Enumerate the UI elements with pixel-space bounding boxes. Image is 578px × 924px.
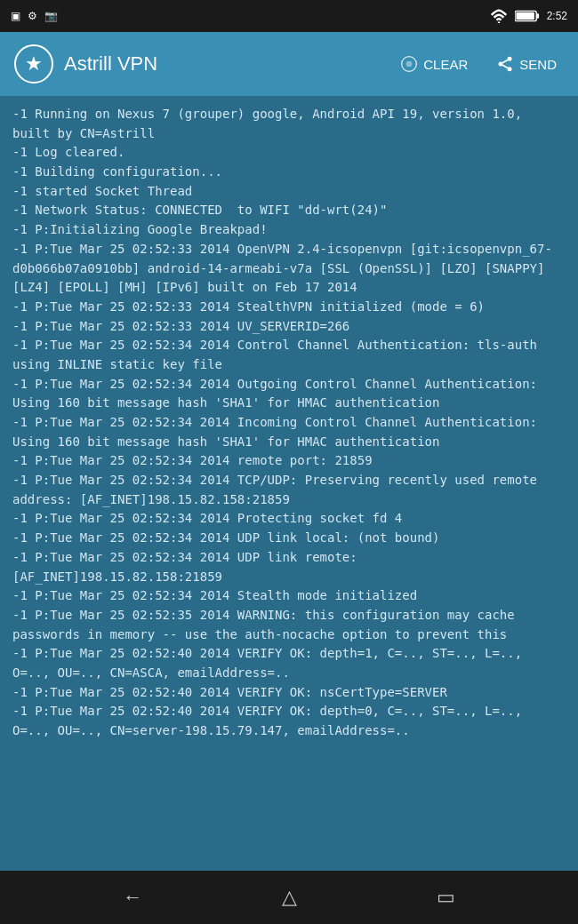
share-icon (496, 55, 514, 73)
svg-point-7 (499, 62, 503, 67)
svg-point-6 (508, 57, 512, 61)
svg-point-5 (406, 61, 413, 68)
send-button[interactable]: SEND (489, 50, 564, 78)
battery-icon (515, 9, 540, 23)
send-label: SEND (519, 57, 557, 72)
log-container[interactable]: -1 Running on Nexus 7 (grouper) google, … (0, 96, 578, 871)
svg-point-8 (508, 67, 512, 71)
home-icon: △ (282, 886, 297, 908)
app-title: Astrill VPN (64, 52, 382, 76)
clear-label: CLEAR (423, 57, 468, 72)
nav-bar: ← △ ▭ (0, 871, 578, 924)
app-bar: ★ Astrill VPN CLEAR SEND (0, 32, 578, 96)
camera-icon: 📷 (44, 10, 58, 22)
clear-button[interactable]: CLEAR (393, 50, 475, 78)
app-bar-actions: CLEAR SEND (393, 50, 564, 78)
svg-point-0 (497, 21, 500, 23)
back-button[interactable]: ← (108, 879, 157, 916)
back-icon: ← (123, 886, 142, 908)
clear-icon (400, 55, 418, 73)
status-bar-left: ▣ ⚙ 📷 (11, 10, 58, 22)
status-bar-right: 2:52 (490, 9, 567, 23)
home-button[interactable]: △ (268, 879, 311, 916)
time-display: 2:52 (547, 10, 567, 22)
svg-line-10 (502, 60, 508, 62)
recents-icon: ▭ (437, 886, 455, 908)
svg-rect-3 (536, 13, 539, 19)
log-text: -1 Running on Nexus 7 (grouper) google, … (12, 105, 566, 741)
settings-icon: ⚙ (28, 10, 37, 22)
status-bar: ▣ ⚙ 📷 2:52 (0, 0, 578, 32)
recents-button[interactable]: ▭ (422, 879, 470, 916)
svg-rect-2 (516, 12, 534, 20)
screenshot-icon: ▣ (11, 10, 20, 22)
app-logo: ★ (14, 44, 53, 84)
wifi-icon (490, 9, 508, 23)
svg-line-9 (502, 65, 508, 68)
